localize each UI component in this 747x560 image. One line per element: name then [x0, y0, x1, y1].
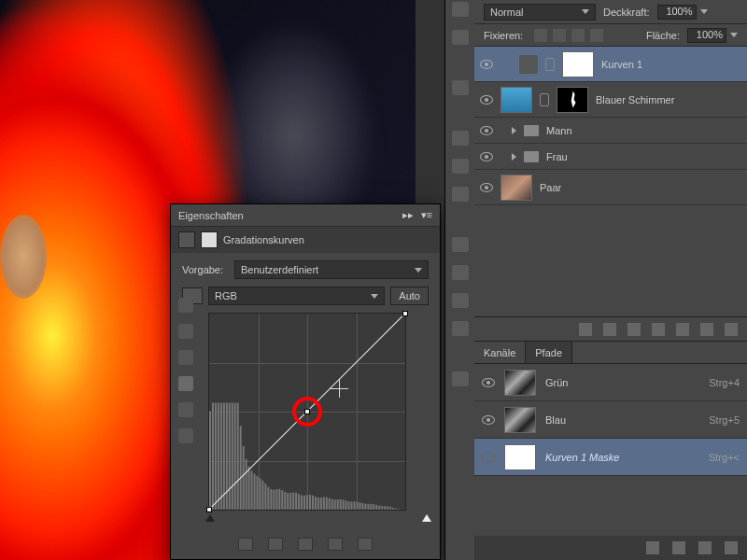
expand-arrow-icon[interactable] [512, 153, 516, 161]
smooth-icon[interactable] [178, 428, 193, 443]
mask-icon [201, 231, 218, 248]
properties-header[interactable]: Eigenschaften ▸▸ ▾≡ [171, 204, 440, 227]
fx-icon[interactable] [452, 187, 469, 202]
visibility-toggle[interactable] [480, 183, 493, 192]
styles-icon[interactable] [452, 159, 469, 174]
paragraph-panel-icon[interactable] [452, 30, 469, 45]
preset-dropdown[interactable]: Benutzerdefiniert [234, 260, 429, 279]
opacity-label: Deckkraft: [603, 7, 650, 18]
svg-rect-52 [354, 501, 356, 510]
layer-row[interactable]: Paar [474, 170, 747, 205]
fx-icon[interactable] [603, 323, 616, 336]
curve-point-white[interactable] [402, 311, 408, 316]
properties-panel: Eigenschaften ▸▸ ▾≡ Gradationskurven Vor… [170, 203, 441, 560]
preset-label: Vorgabe: [182, 264, 229, 275]
visibility-toggle[interactable] [480, 152, 493, 161]
visibility-toggle[interactable] [482, 378, 495, 387]
lock-pixels-icon[interactable] [553, 29, 566, 42]
play-icon[interactable] [452, 80, 469, 95]
load-selection-icon[interactable] [646, 541, 659, 554]
svg-rect-22 [270, 489, 272, 510]
layer-row[interactable]: Blauer Schimmer [474, 82, 747, 118]
layer-thumb[interactable] [500, 87, 532, 113]
draw-curve-icon[interactable] [178, 402, 193, 417]
chevron-down-icon[interactable] [730, 33, 738, 37]
link-icon[interactable] [540, 93, 549, 106]
properties-title: Eigenschaften [178, 210, 402, 221]
channel-row[interactable]: Blau Strg+5 [474, 401, 747, 439]
trash-icon[interactable] [725, 541, 738, 554]
layer-group-row[interactable]: Frau [474, 144, 747, 170]
channel-dropdown[interactable]: RGB [208, 287, 385, 305]
white-slider[interactable] [422, 514, 431, 522]
reset-icon[interactable] [298, 538, 313, 551]
link-icon[interactable] [545, 58, 555, 71]
opacity-input[interactable]: 100% [657, 5, 697, 20]
properties-footer [171, 533, 440, 555]
svg-rect-47 [340, 499, 342, 510]
visibility-toggle[interactable] [480, 95, 493, 105]
align-icon[interactable] [452, 237, 469, 252]
visibility-toggle[interactable] [482, 453, 495, 462]
layer-new-icon[interactable] [700, 323, 713, 336]
trash-icon[interactable] [725, 323, 738, 336]
svg-rect-48 [343, 500, 345, 510]
visibility-toggle[interactable] [480, 126, 493, 135]
svg-rect-19 [261, 481, 263, 510]
eyedropper-black-icon[interactable] [178, 298, 193, 313]
layer-thumb[interactable] [500, 175, 532, 201]
channel-new-icon[interactable] [698, 541, 712, 554]
lock-transparency-icon[interactable] [534, 29, 547, 42]
curve-point-black[interactable] [206, 507, 212, 512]
layer-mask-thumb[interactable] [562, 51, 594, 77]
visibility-icon[interactable] [328, 538, 343, 551]
eyedropper-white-icon[interactable] [178, 350, 193, 365]
eyedropper-gray-icon[interactable] [178, 324, 193, 339]
tab-paths[interactable]: Pfade [526, 342, 572, 363]
channel-row[interactable]: Kurven 1 Maske Strg+< [474, 439, 747, 476]
chevron-down-icon[interactable] [700, 9, 708, 14]
lock-position-icon[interactable] [571, 29, 585, 42]
brushes-icon[interactable] [452, 293, 469, 308]
panel-menu-icon[interactable]: ▾≡ [421, 209, 432, 221]
layer-mask-thumb[interactable] [557, 87, 588, 113]
black-slider[interactable] [205, 514, 215, 522]
trash-icon[interactable] [358, 538, 373, 551]
layer-row[interactable]: Kurven 1 [474, 47, 747, 82]
blend-mode-dropdown[interactable]: Normal [484, 4, 596, 21]
clip-icon[interactable] [238, 538, 253, 551]
fill-label: Fläche: [646, 30, 680, 41]
clone-icon[interactable] [452, 321, 469, 336]
auto-button[interactable]: Auto [390, 287, 429, 305]
group-new-icon[interactable] [676, 323, 689, 336]
view-previous-icon[interactable] [268, 538, 283, 551]
curves-grid[interactable] [208, 313, 406, 511]
tool-presets-icon[interactable] [452, 265, 469, 280]
tab-channels[interactable]: Kanäle [474, 342, 526, 363]
lock-all-icon[interactable] [590, 29, 603, 42]
svg-rect-11 [240, 426, 242, 510]
collapse-icon[interactable]: ▸▸ [402, 209, 414, 221]
folder-icon [524, 125, 539, 136]
edit-points-icon[interactable] [178, 376, 193, 391]
mask-add-icon[interactable] [627, 323, 641, 336]
fill-input[interactable]: 100% [687, 28, 726, 43]
svg-rect-54 [359, 502, 360, 510]
channel-row[interactable]: Grün Strg+4 [474, 364, 747, 401]
expand-arrow-icon[interactable] [512, 127, 516, 134]
visibility-toggle[interactable] [482, 415, 495, 425]
layer-group-row[interactable]: Mann [474, 118, 747, 144]
dock-strip [444, 0, 474, 560]
character-panel-icon[interactable] [452, 2, 469, 17]
info-icon[interactable] [452, 371, 469, 386]
visibility-toggle[interactable] [480, 60, 493, 69]
link-layers-icon[interactable] [579, 323, 592, 336]
svg-rect-67 [395, 509, 397, 510]
channel-thumb [504, 444, 536, 470]
svg-rect-25 [278, 489, 280, 510]
svg-rect-28 [287, 493, 289, 510]
swatches-icon[interactable] [452, 131, 469, 146]
adjustment-add-icon[interactable] [652, 323, 665, 336]
svg-rect-14 [248, 467, 250, 510]
save-selection-icon[interactable] [672, 541, 685, 554]
